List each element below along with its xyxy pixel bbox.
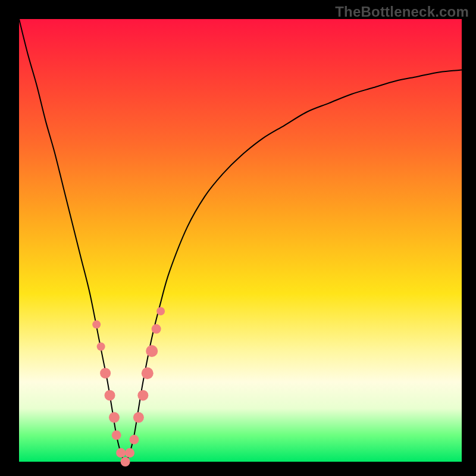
marker-point bbox=[133, 412, 144, 423]
marker-point bbox=[156, 307, 165, 315]
marker-point bbox=[112, 430, 121, 440]
watermark-text: TheBottleneck.com bbox=[335, 4, 469, 20]
marker-point bbox=[97, 343, 105, 351]
marker-point bbox=[121, 457, 130, 466]
plot-area bbox=[19, 19, 462, 462]
marker-point bbox=[105, 390, 115, 400]
marker-point bbox=[152, 324, 161, 334]
bottleneck-curve bbox=[19, 19, 462, 462]
marker-group bbox=[92, 307, 165, 466]
marker-point bbox=[125, 448, 134, 458]
marker-point bbox=[146, 345, 158, 357]
marker-point bbox=[116, 448, 126, 458]
marker-point bbox=[109, 412, 120, 423]
marker-point bbox=[129, 435, 139, 444]
marker-point bbox=[100, 368, 111, 378]
marker-point bbox=[142, 367, 154, 379]
marker-point bbox=[137, 390, 148, 400]
chart-frame: TheBottleneck.com bbox=[0, 0, 476, 476]
curve-svg bbox=[19, 19, 462, 462]
marker-point bbox=[92, 320, 101, 328]
